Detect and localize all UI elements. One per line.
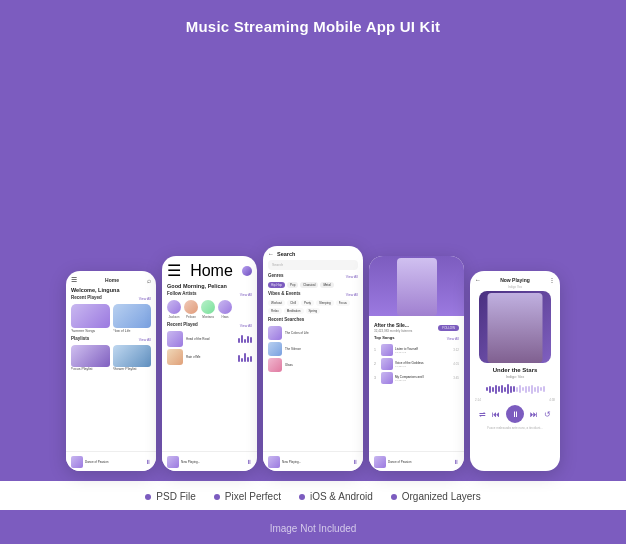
page-title: Music Streaming Mobile App UI Kit: [10, 18, 616, 35]
artist-name-text: After the Sile...: [374, 322, 412, 328]
vibe-meditation[interactable]: Meditation: [284, 308, 304, 314]
song-info-3: My Companions and I 10,231,01: [395, 375, 451, 382]
vibe-party[interactable]: Party: [301, 300, 314, 306]
search-box[interactable]: Search: [268, 260, 358, 270]
play-button[interactable]: ⏸: [506, 405, 524, 423]
feature-layers: Organized Layers: [391, 491, 481, 502]
phone-2: ☰ Home Good Morning, Pelican Follow Arti…: [162, 256, 257, 471]
screen-5: ← Now Playing ⋮ Indigo Vox Under the Sta…: [470, 271, 560, 471]
genre-hiphop[interactable]: Hip-Hop: [268, 282, 285, 288]
w7: [504, 387, 506, 392]
vibe-spring[interactable]: Spring: [306, 308, 321, 314]
bar1: [238, 338, 240, 343]
bar5: [250, 337, 252, 343]
genres-row: Genres View All: [268, 273, 358, 280]
genre-classical[interactable]: Classical: [300, 282, 318, 288]
screen-3: ← Search Search Genres View All Hip-Hop …: [263, 246, 363, 471]
topbar-5: ← Now Playing ⋮: [475, 276, 555, 283]
song-thumb-2: [381, 358, 393, 370]
vibe-workout[interactable]: Workout: [268, 300, 285, 306]
np-controls-2[interactable]: ⏸: [246, 459, 252, 465]
view-all-songs[interactable]: View All: [447, 337, 459, 341]
bar10: [250, 356, 252, 362]
song-thumb-3: [381, 372, 393, 384]
view-all-artists[interactable]: View All: [240, 293, 252, 297]
feature-ios: iOS & Android: [299, 491, 373, 502]
artist-avatar-2: [184, 300, 198, 314]
rs-text-2: The Silence: [285, 347, 301, 351]
vibe-chill[interactable]: Chill: [287, 300, 299, 306]
artist-1: Jackson: [167, 300, 181, 319]
recent-played-row: Recent Played View All: [71, 295, 151, 302]
mini-player-1: Dance of Passion ⏸: [66, 451, 156, 471]
np-controls-3[interactable]: ⏸: [352, 459, 358, 465]
pl-img-2: [113, 345, 152, 367]
back-icon-5[interactable]: ←: [475, 277, 481, 283]
w6: [501, 385, 503, 393]
song-plays-3: 10,231,01: [395, 379, 451, 382]
home-label: Home: [105, 277, 119, 283]
bar8: [244, 353, 246, 362]
more-icon-5[interactable]: ⋮: [549, 276, 555, 283]
card-img-2: [113, 304, 152, 328]
search-icon[interactable]: ⌕: [147, 277, 151, 284]
shuffle-icon[interactable]: ⇌: [479, 410, 486, 419]
np-thumb-3: [268, 456, 280, 468]
screen-1: ☰ Home ⌕ Welcome, Linguna Recent Played …: [66, 271, 156, 471]
card-2: Flow of Life: [113, 304, 152, 333]
topbar-1: ☰ Home ⌕: [71, 276, 151, 284]
feature-psd: PSD File: [145, 491, 195, 502]
view-all-vibes[interactable]: View All: [346, 293, 358, 297]
np-text-4: Dance of Passion: [388, 460, 451, 464]
menu-icon-2[interactable]: ☰: [167, 261, 181, 280]
rs-item-3: Glass: [268, 358, 358, 372]
feature-label-layers: Organized Layers: [402, 491, 481, 502]
repeat-icon[interactable]: ↺: [544, 410, 551, 419]
back-icon-3[interactable]: ←: [268, 251, 274, 257]
view-all-genres[interactable]: View All: [346, 275, 358, 279]
waveform: [475, 382, 555, 396]
np-thumb-1: [71, 456, 83, 468]
view-all-recent-2[interactable]: View All: [240, 324, 252, 328]
view-all-recent[interactable]: View All: [139, 297, 151, 301]
vibe-relax[interactable]: Relax: [268, 308, 282, 314]
feature-dot-pixel: [214, 494, 220, 500]
next-icon[interactable]: ⏭: [530, 410, 538, 419]
w19: [540, 387, 542, 391]
vibe-sleeping[interactable]: Sleeping: [316, 300, 334, 306]
feature-label-ios: iOS & Android: [310, 491, 373, 502]
np-controls-4[interactable]: ⏸: [453, 459, 459, 465]
playlist-cards: Focus Playlist Shower Playlist: [71, 345, 151, 371]
w9: [510, 386, 512, 393]
pl-label-1: Focus Playlist: [71, 367, 110, 371]
np-thumb-2: [167, 456, 179, 468]
song-dur-1: 3:12: [453, 348, 459, 352]
rs-item-2: The Silence: [268, 342, 358, 356]
np-text-3: Now Playing...: [282, 460, 350, 464]
genres-label: Genres: [268, 273, 284, 278]
artist-avatar-1: [167, 300, 181, 314]
follow-button[interactable]: FOLLOW: [438, 325, 459, 331]
w18: [537, 386, 539, 393]
genre-metal[interactable]: Metal: [320, 282, 333, 288]
np-controls-1[interactable]: ⏸: [145, 459, 151, 465]
w14: [525, 386, 527, 393]
w15: [528, 386, 530, 392]
prev-icon[interactable]: ⏮: [492, 410, 500, 419]
pl-img-1: [71, 345, 110, 367]
vibe-focus[interactable]: Focus: [336, 300, 350, 306]
song-dur-3: 3:45: [453, 376, 459, 380]
ri-thumb-2-1: [167, 331, 183, 347]
genre-pop[interactable]: Pop: [287, 282, 298, 288]
view-all-playlists[interactable]: View All: [139, 338, 151, 342]
screen-4: After the Sile... 32,423,983 monthly lis…: [369, 256, 464, 471]
card-img-1: [71, 304, 110, 328]
artist-photo: [397, 258, 437, 316]
artist-name-3: Montana: [202, 315, 214, 319]
artist-small: Indigo Vox: [475, 285, 555, 289]
w12: [519, 385, 521, 393]
menu-icon[interactable]: ☰: [71, 276, 77, 284]
feature-dot-ios: [299, 494, 305, 500]
artist-name-2: Pelican: [186, 315, 196, 319]
feature-dot-psd: [145, 494, 151, 500]
